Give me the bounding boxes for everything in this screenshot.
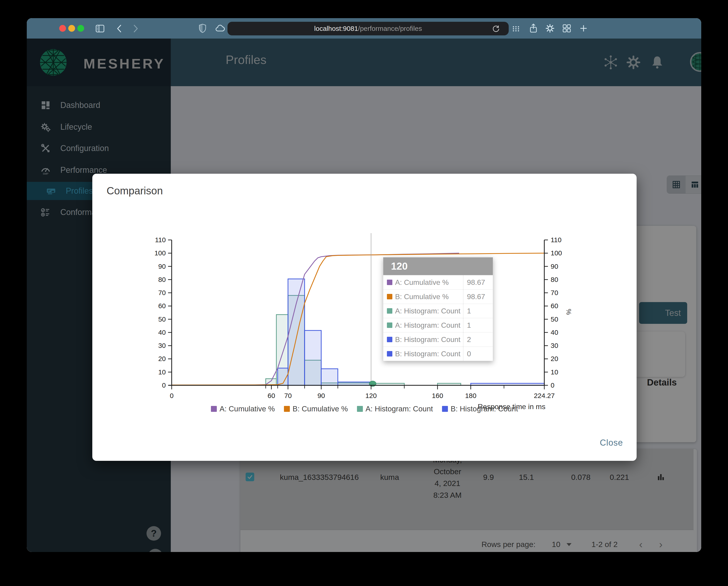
tooltip-header: 120 bbox=[383, 258, 493, 275]
chart-tooltip: 120 A: Cumulative % 98.67 B: Cumulative … bbox=[383, 257, 493, 361]
legend-swatch bbox=[284, 406, 290, 412]
left-axis-tick-label: 50 bbox=[158, 316, 166, 323]
close-button[interactable]: Close bbox=[600, 438, 623, 448]
left-axis-tick-label: 10 bbox=[158, 368, 166, 376]
series-swatch bbox=[387, 279, 392, 285]
right-axis-tick-label: 80 bbox=[551, 276, 558, 283]
right-axis-label: % bbox=[565, 309, 573, 315]
sidebar-toggle-icon[interactable] bbox=[95, 23, 105, 34]
series-swatch bbox=[387, 351, 392, 356]
x-axis-tick-label: 160 bbox=[432, 392, 443, 399]
right-axis-tick-label: 40 bbox=[551, 328, 558, 336]
left-axis-tick-label: 110 bbox=[155, 236, 166, 244]
right-axis-tick-label: 70 bbox=[551, 289, 558, 296]
left-axis-tick-label: 20 bbox=[158, 355, 166, 363]
legend-item[interactable]: A: Cumulative % bbox=[211, 405, 275, 413]
left-axis-tick-label: 30 bbox=[158, 342, 166, 349]
histogram-bar[interactable] bbox=[338, 382, 371, 385]
tooltip-row: A: Histogram: Count 1 bbox=[383, 304, 493, 318]
zoom-window-button[interactable] bbox=[77, 25, 84, 32]
histogram-bar[interactable] bbox=[321, 369, 338, 385]
right-axis-tick-label: 30 bbox=[551, 342, 558, 349]
comparison-modal: Comparison 01020304050607080901001100102… bbox=[92, 174, 636, 461]
share-icon[interactable] bbox=[528, 23, 539, 34]
new-tab-icon[interactable] bbox=[578, 23, 589, 33]
right-axis-tick-label: 110 bbox=[551, 236, 562, 244]
x-axis-tick-label: 120 bbox=[365, 392, 377, 399]
series-swatch bbox=[387, 337, 392, 342]
legend-item[interactable]: B: Cumulative % bbox=[284, 405, 348, 413]
x-axis-tick-label: 90 bbox=[317, 392, 325, 399]
x-axis-tick-label: 180 bbox=[465, 392, 476, 399]
right-axis-tick-label: 0 bbox=[551, 381, 554, 389]
browser-titlebar: localhost:9081/performance/profiles bbox=[27, 18, 701, 38]
legend-item[interactable]: B: Histogram: Count bbox=[442, 405, 518, 413]
series-swatch bbox=[387, 294, 392, 299]
left-axis-tick-label: 100 bbox=[154, 249, 166, 257]
x-axis-tick-label: 60 bbox=[268, 392, 275, 399]
histogram-bar[interactable] bbox=[288, 279, 305, 385]
legend-item[interactable]: A: Histogram: Count bbox=[357, 405, 433, 413]
left-axis-tick-label: 60 bbox=[158, 302, 166, 310]
url-bar[interactable]: localhost:9081/performance/profiles bbox=[228, 22, 509, 35]
browser-settings-gear-icon[interactable] bbox=[545, 23, 555, 34]
series-swatch bbox=[387, 308, 392, 314]
tab-overview-icon[interactable] bbox=[562, 23, 572, 33]
series-swatch bbox=[387, 322, 392, 328]
chart-legend: A: Cumulative % B: Cumulative % A: Histo… bbox=[92, 405, 636, 413]
right-axis-tick-label: 90 bbox=[551, 263, 558, 270]
left-axis-tick-label: 40 bbox=[158, 328, 166, 336]
tooltip-row: A: Histogram: Count 1 bbox=[383, 318, 493, 332]
right-axis-tick-label: 50 bbox=[551, 316, 558, 323]
comparison-chart[interactable]: 0102030405060708090100110010203040506070… bbox=[92, 174, 636, 461]
url-text: localhost:9081/performance/profiles bbox=[314, 25, 422, 32]
browser-window: localhost:9081/performance/profiles bbox=[27, 18, 701, 552]
x-axis-tick-label: 0 bbox=[170, 392, 174, 399]
x-axis-tick-label: 224.27 bbox=[534, 392, 555, 399]
back-icon[interactable] bbox=[115, 24, 124, 33]
minimize-window-button[interactable] bbox=[68, 25, 75, 32]
forward-icon[interactable] bbox=[131, 24, 140, 33]
legend-swatch bbox=[357, 406, 363, 412]
privacy-shield-icon[interactable] bbox=[197, 23, 208, 33]
left-axis-tick-label: 90 bbox=[158, 263, 166, 270]
tooltip-row: A: Cumulative % 98.67 bbox=[383, 275, 493, 289]
right-axis-tick-label: 60 bbox=[551, 302, 558, 310]
close-window-button[interactable] bbox=[59, 25, 66, 32]
histogram-bar[interactable] bbox=[305, 330, 321, 385]
refresh-icon[interactable] bbox=[492, 25, 500, 33]
right-axis-tick-label: 20 bbox=[551, 355, 558, 363]
icloud-tab-icon[interactable] bbox=[214, 23, 226, 34]
tooltip-row: B: Cumulative % 98.67 bbox=[383, 289, 493, 304]
tooltip-row: B: Histogram: Count 0 bbox=[383, 347, 493, 361]
left-axis-tick-label: 0 bbox=[162, 381, 166, 389]
left-axis-tick-label: 80 bbox=[158, 276, 166, 283]
right-axis-tick-label: 10 bbox=[551, 368, 558, 376]
x-axis-tick-label: 70 bbox=[284, 392, 292, 399]
legend-swatch bbox=[211, 406, 217, 412]
left-axis-tick-label: 70 bbox=[158, 289, 166, 296]
extensions-grid-icon[interactable] bbox=[511, 24, 521, 34]
right-axis-tick-label: 100 bbox=[551, 249, 562, 257]
legend-swatch bbox=[442, 406, 448, 412]
tooltip-row: B: Histogram: Count 2 bbox=[383, 332, 493, 347]
